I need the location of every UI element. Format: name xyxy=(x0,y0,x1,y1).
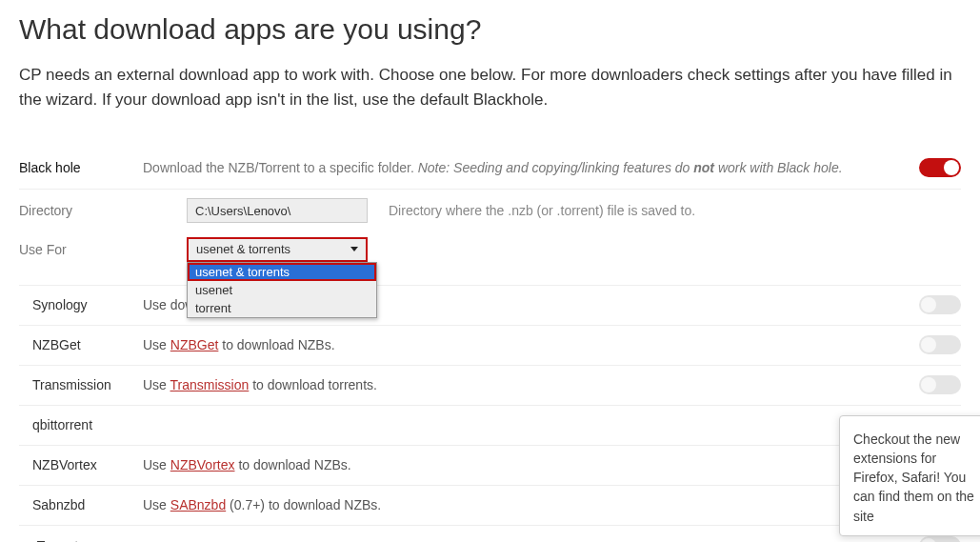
extensions-popup: Checkout the new extensions for Firefox,… xyxy=(839,415,980,536)
app-desc-pre: Use xyxy=(143,377,170,392)
app-row: SynologyUse download. xyxy=(19,286,961,326)
app-description: Use Transmission to download torrents. xyxy=(143,377,892,392)
app-link[interactable]: Transmission xyxy=(170,377,250,392)
app-toggle[interactable] xyxy=(919,335,961,354)
app-desc-post: to download NZBs. xyxy=(218,337,334,352)
app-toggle[interactable] xyxy=(919,536,961,542)
app-desc-pre: Use xyxy=(143,297,167,312)
app-description: Use NZBGet to download NZBs. xyxy=(143,337,892,352)
app-row: TransmissionUse Transmission to download… xyxy=(19,366,961,406)
page-subtitle: CP needs an external download app to wor… xyxy=(19,63,961,113)
usefor-option-torrent[interactable]: torrent xyxy=(188,299,376,317)
app-row: NZBGetUse NZBGet to download NZBs. xyxy=(19,326,961,366)
app-name: Synology xyxy=(19,297,143,312)
app-name: Sabnzbd xyxy=(19,497,143,512)
app-desc-post: to download torrents. xyxy=(249,377,377,392)
app-link[interactable]: SABnzbd xyxy=(170,497,226,512)
app-name: NZBVortex xyxy=(19,457,143,472)
directory-label: Directory xyxy=(19,203,143,218)
app-desc-pre: Use xyxy=(143,497,170,512)
usefor-option-both[interactable]: usenet & torrents xyxy=(188,263,376,281)
blackhole-toggle[interactable] xyxy=(919,158,961,177)
usefor-selected-value: usenet & torrents xyxy=(196,239,290,260)
app-desc-post: (0.7+) to download NZBs. xyxy=(226,497,381,512)
blackhole-desc-prefix: Download the NZB/Torrent to a specific f… xyxy=(143,160,418,175)
app-desc-pre: Use xyxy=(143,457,170,472)
usefor-select[interactable]: usenet & torrents xyxy=(187,237,368,262)
app-description: Use NZBVortex to download NZBs. xyxy=(143,457,892,472)
usefor-label: Use For xyxy=(19,242,143,257)
app-link[interactable]: NZBGet xyxy=(170,337,219,352)
usefor-option-usenet[interactable]: usenet xyxy=(188,281,376,299)
app-name: rTorrent xyxy=(19,538,143,542)
app-desc-post: to download NZBs. xyxy=(235,457,351,472)
app-toggle[interactable] xyxy=(919,375,961,394)
usefor-row: Use For usenet & torrents usenet & torre… xyxy=(19,231,961,286)
app-row: SabnzbdUse SABnzbd (0.7+) to download NZ… xyxy=(19,486,961,526)
app-row: rTorrent xyxy=(19,526,961,542)
usefor-dropdown: usenet & torrents usenet torrent xyxy=(187,262,377,318)
blackhole-note-b: work with Black hole. xyxy=(714,160,843,175)
blackhole-note-bold: not xyxy=(693,160,714,175)
directory-row: Directory C:\Users\Lenovo\ Directory whe… xyxy=(19,190,961,231)
app-name: Transmission xyxy=(19,377,143,392)
app-desc-pre: Use xyxy=(143,337,170,352)
app-name: qbittorrent xyxy=(19,417,143,432)
app-description: Use SABnzbd (0.7+) to download NZBs. xyxy=(143,497,892,512)
page-title: What download apps are you using? xyxy=(19,13,961,46)
extensions-popup-text: Checkout the new extensions for Firefox,… xyxy=(853,432,974,524)
app-link[interactable]: NZBVortex xyxy=(170,457,235,472)
app-row: qbittorrent xyxy=(19,406,961,446)
app-toggle[interactable] xyxy=(919,295,961,314)
directory-input[interactable]: C:\Users\Lenovo\ xyxy=(187,198,368,223)
directory-hint: Directory where the .nzb (or .torrent) f… xyxy=(389,203,695,218)
blackhole-description: Download the NZB/Torrent to a specific f… xyxy=(143,160,892,175)
chevron-down-icon xyxy=(350,247,358,251)
blackhole-row: Black hole Download the NZB/Torrent to a… xyxy=(19,148,961,190)
app-row: NZBVortexUse NZBVortex to download NZBs. xyxy=(19,446,961,486)
app-name: NZBGet xyxy=(19,337,143,352)
blackhole-note-a: Note: Seeding and copying/linking featur… xyxy=(418,160,694,175)
blackhole-label: Black hole xyxy=(19,160,143,175)
